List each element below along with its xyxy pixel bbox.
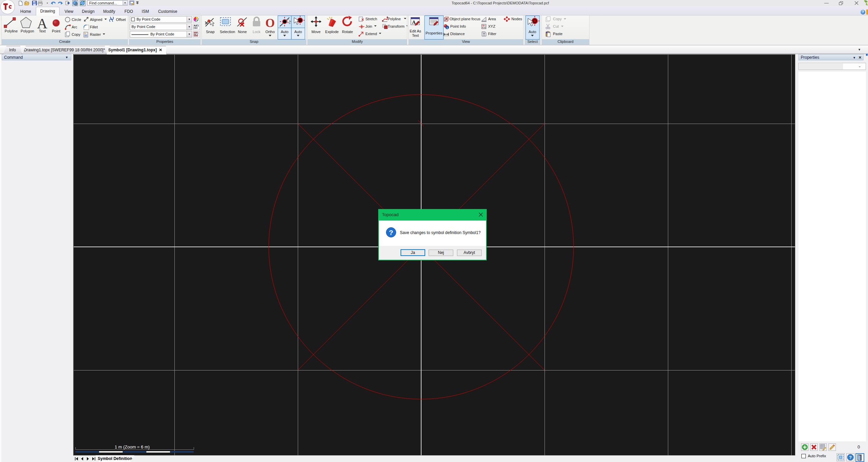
svg-text:Rotate: Rotate	[342, 30, 353, 34]
svg-text:Nodes: Nodes	[511, 17, 522, 21]
svg-text:Text: Text	[39, 29, 46, 33]
svg-text:Auto: Auto	[529, 30, 536, 34]
svg-text:A: A	[412, 20, 416, 25]
svg-text:Stretch: Stretch	[365, 17, 377, 21]
svg-text:Point Info: Point Info	[450, 24, 466, 28]
svg-text:Aligned: Aligned	[90, 18, 102, 22]
svg-text:Raster: Raster	[90, 32, 101, 36]
svg-text:Explode: Explode	[325, 30, 339, 34]
svg-text:None: None	[238, 30, 247, 34]
svg-text:Area: Area	[488, 17, 496, 21]
svg-text:Auto: Auto	[281, 30, 289, 34]
svg-text:Join: Join	[365, 24, 372, 28]
svg-text:Object plane focus: Object plane focus	[450, 17, 481, 21]
svg-text:x: x	[483, 24, 484, 26]
svg-text:Filter: Filter	[488, 32, 497, 36]
svg-text:Fillet: Fillet	[90, 25, 98, 29]
svg-text:Edit As: Edit As	[410, 29, 421, 33]
svg-text:Point: Point	[52, 29, 60, 33]
svg-text:Polygon: Polygon	[21, 29, 34, 33]
svg-text:O: O	[265, 16, 275, 30]
svg-text:Offset: Offset	[116, 18, 126, 22]
svg-text:Auto: Auto	[294, 30, 302, 34]
svg-text:Cut: Cut	[553, 24, 559, 28]
svg-text:Distance: Distance	[450, 32, 465, 36]
svg-text:Transform: Transform	[388, 24, 405, 28]
svg-text:?: ?	[849, 455, 852, 460]
svg-text:Ortho: Ortho	[265, 30, 275, 34]
svg-text:XYZ: XYZ	[488, 24, 496, 28]
svg-text:Selection: Selection	[220, 30, 235, 34]
svg-text:Text: Text	[412, 33, 419, 37]
svg-text:Circle: Circle	[72, 18, 81, 22]
svg-text:1 m (Zoom = 6 m): 1 m (Zoom = 6 m)	[115, 444, 150, 450]
svg-text:Copy: Copy	[72, 32, 80, 36]
svg-text:Properties: Properties	[426, 31, 443, 35]
svg-text:Extend: Extend	[365, 32, 377, 36]
svg-text:Lock: Lock	[252, 30, 261, 34]
svg-text:Paste: Paste	[553, 32, 562, 36]
svg-text:Polyline: Polyline	[5, 29, 18, 33]
svg-text:Polyline: Polyline	[388, 17, 401, 21]
svg-text:Move: Move	[312, 30, 321, 34]
svg-text:Copy: Copy	[553, 17, 562, 21]
svg-text:Snap: Snap	[206, 30, 215, 34]
svg-text:Arc: Arc	[72, 25, 77, 29]
